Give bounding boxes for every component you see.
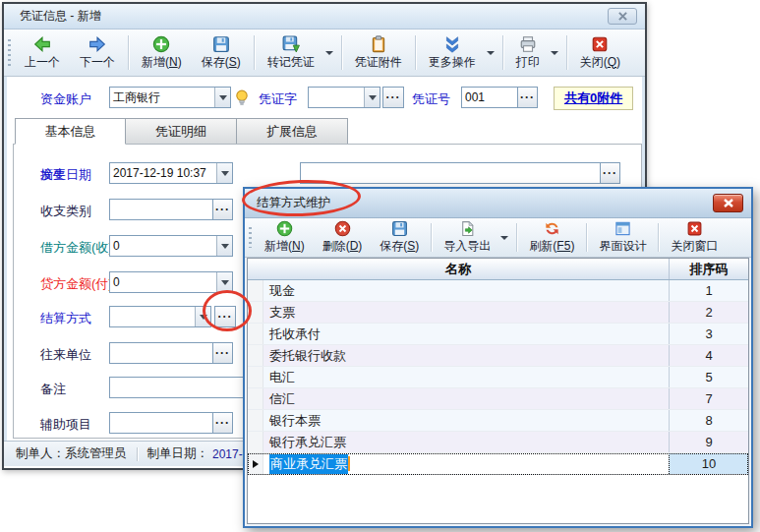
name-cell-editing[interactable]: 商业承兑汇票 [263,453,669,474]
main-toolbar: 上一个 下一个 新增(N) 保存(S) 转记凭证 [4,30,645,77]
table-row[interactable]: 现金 1 [248,280,748,302]
preparer-value: 系统管理员 [65,445,127,462]
dropdown-arrow-icon[interactable] [216,163,232,183]
next-button[interactable]: 下一个 [70,31,125,74]
print-button[interactable]: 打印 [506,31,550,74]
window-design-icon [614,220,631,237]
refresh-button[interactable]: 刷新(F5) [520,219,583,256]
dropdown-arrow-icon[interactable] [216,272,232,292]
window-titlebar: 凭证信息 - 新增 [4,4,645,30]
tab-voucher-detail[interactable]: 凭证明细 [126,118,237,145]
transfer-voucher-button[interactable]: 转记凭证 [258,31,324,74]
close-button[interactable]: 关闭(Q) [570,31,630,74]
table-row[interactable]: 银行承兑汇票 9 [248,432,748,453]
code-cell: 9 [669,432,748,452]
dialog-save-button[interactable]: 保存(S) [371,219,428,256]
dialog-toolbar: 新增(N) 删除(D) 保存(S) 导入导出 刷新(F5) [245,218,751,258]
voucher-word-ellipsis-button[interactable] [382,87,404,108]
ellipsis-icon[interactable] [212,343,232,363]
credit-amount-label: 贷方金额(付) [40,275,113,293]
dropdown-arrow-icon[interactable] [195,307,210,326]
remark-label: 备注 [40,381,66,398]
save-button[interactable]: 保存(S) [192,31,251,74]
dropdown-arrow-icon[interactable] [550,31,563,74]
ellipsis-icon[interactable] [517,88,537,107]
name-cell: 现金 [263,280,669,301]
voucher-word-combobox[interactable] [308,87,380,108]
table-row-selected[interactable]: 商业承兑汇票 10 [248,453,748,475]
table-row[interactable]: 委托银行收款 4 [248,345,748,367]
arrow-right-icon [88,35,106,53]
column-header-name[interactable]: 名称 [248,259,669,279]
toolbar-grip [249,227,252,248]
attachment-icon [370,35,387,53]
auxiliary-project-label: 辅助项目 [40,416,91,434]
refresh-icon [544,220,560,237]
dropdown-arrow-icon[interactable] [486,31,499,74]
table-row[interactable]: 银行本票 8 [248,410,748,432]
dropdown-arrow-icon[interactable] [214,88,230,107]
close-icon [724,199,733,207]
income-expense-category-field[interactable] [109,199,233,220]
code-cell: 8 [669,410,748,431]
attachments-link-box: 共有0附件 [554,87,633,110]
dialog-delete-button[interactable]: 删除(D) [314,219,372,256]
voucher-no-field[interactable]: 001 [461,87,538,108]
close-window-button[interactable]: 关闭窗口 [662,219,727,256]
ui-design-button[interactable]: 界面设计 [590,219,655,256]
summary-field[interactable] [300,162,620,184]
dialog-close-button[interactable] [713,194,743,212]
table-row[interactable]: 支票 2 [248,302,748,324]
dialog-title: 结算方式维护 [257,195,330,211]
dialog-add-button[interactable]: 新增(N) [256,219,314,256]
table-body: 现金 1 支票 2 托收承付 3 委托银行收款 4 [248,280,748,475]
toolbar-separator [516,223,517,252]
window-title: 凭证信息 - 新增 [20,8,101,25]
debit-amount-combobox[interactable]: 0 [109,235,233,257]
account-combobox[interactable]: 工商银行 [109,87,231,108]
attachments-link[interactable]: 共有0附件 [564,89,622,107]
settlement-methods-table: 名称 排序码 现金 1 支票 2 托收承付 3 [247,258,749,524]
name-cell: 信汇 [263,388,669,409]
dropdown-arrow-icon[interactable] [499,219,513,256]
voucher-attachment-button[interactable]: 凭证附件 [345,31,412,74]
import-export-icon [459,220,476,237]
dialog-titlebar: 结算方式维护 [245,189,751,218]
dropdown-arrow-icon[interactable] [216,236,232,256]
dropdown-arrow-icon[interactable] [364,88,380,107]
debit-amount-label: 借方金额(收) [40,239,113,257]
lightbulb-icon[interactable] [233,89,251,108]
auxiliary-project-field[interactable] [109,412,233,434]
occurrence-date-combobox[interactable]: 2017-12-19 10:37 [109,162,233,184]
previous-button[interactable]: 上一个 [15,31,70,74]
toolbar-separator [254,35,255,70]
credit-amount-combobox[interactable]: 0 [109,271,233,293]
ellipsis-icon[interactable] [212,200,232,219]
tab-basic-info[interactable]: 基本信息 [15,118,126,145]
settlement-method-ellipsis-button[interactable] [214,306,236,327]
toolbar-grip [8,39,11,66]
table-row[interactable]: 电汇 5 [248,367,748,388]
ellipsis-icon[interactable] [600,163,619,183]
add-icon [152,35,170,53]
dropdown-arrow-icon[interactable] [324,31,338,74]
code-cell: 7 [669,388,748,409]
window-close-button[interactable] [608,8,637,25]
table-row[interactable]: 信汇 7 [248,388,748,410]
voucher-word-label: 凭证字 [259,90,297,108]
toolbar-separator [415,35,416,70]
table-row[interactable]: 托收承付 3 [248,324,748,345]
screenshot-canvas: 凭证信息 - 新增 上一个 下一个 新增(N) 保存(S) [0,0,760,532]
import-export-button[interactable]: 导入导出 [435,219,499,256]
account-label: 资金账户 [40,90,91,108]
counterparty-field[interactable] [109,342,233,364]
ellipsis-icon[interactable] [212,413,232,433]
tab-extended-info[interactable]: 扩展信息 [237,118,348,145]
row-indicator-icon [253,460,259,468]
settlement-method-dialog: 结算方式维护 新增(N) 删除(D) 保存(S) 导入导出 [243,187,753,528]
settlement-method-combobox[interactable] [109,306,211,327]
column-header-sort-code[interactable]: 排序码 [669,259,748,279]
print-icon [519,35,537,53]
more-actions-button[interactable]: 更多操作 [419,31,486,74]
add-button[interactable]: 新增(N) [132,31,192,74]
